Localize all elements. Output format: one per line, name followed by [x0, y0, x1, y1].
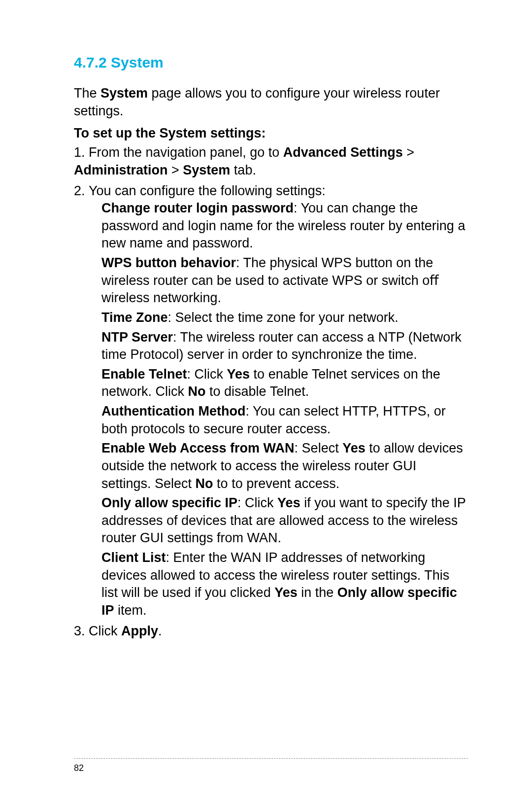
step-number: 1.: [74, 144, 89, 162]
text: : Click: [237, 495, 277, 510]
setting-item: NTP Server: The wireless router can acce…: [101, 329, 468, 364]
setting-label: Time Zone: [101, 310, 168, 325]
text: in the: [298, 585, 337, 600]
text: item.: [114, 603, 147, 618]
text: The: [74, 86, 100, 101]
bold-text: System: [183, 163, 230, 177]
step-3: 3.Click Apply.: [74, 623, 468, 640]
text: You can conﬁgure the following settings:: [89, 183, 326, 198]
bold-text: Advanced Settings: [283, 145, 403, 160]
footer-divider: [74, 758, 468, 759]
document-page: 4.7.2 System The System page allows you …: [0, 0, 532, 802]
text: From the navigation panel, go to: [89, 145, 283, 160]
setting-label: Enable Web Access from WAN: [101, 441, 295, 455]
text: >: [403, 145, 414, 160]
text: : Click: [187, 367, 227, 382]
bold-text: System: [100, 86, 148, 101]
steps-list: 1.From the navigation panel, go to Advan…: [74, 144, 468, 640]
setting-label: Enable Telnet: [101, 367, 187, 382]
setting-item: Enable Web Access from WAN: Select Yes t…: [101, 440, 468, 492]
settings-list: Change router login password: You can ch…: [74, 200, 468, 619]
text: >: [168, 163, 183, 177]
intro-paragraph: The System page allows you to conﬁgure y…: [74, 85, 468, 120]
bold-text: No: [196, 476, 213, 491]
setting-item: Only allow speciﬁc IP: Click Yes if you …: [101, 494, 468, 547]
bold-text: Yes: [342, 441, 366, 455]
sub-heading: To set up the System settings:: [74, 126, 468, 141]
step-2: 2.You can conﬁgure the following setting…: [74, 182, 468, 620]
bold-text: Yes: [227, 367, 250, 382]
setting-item: WPS button behavior: The physical WPS bu…: [101, 254, 468, 307]
bold-text: Yes: [274, 585, 298, 600]
setting-label: WPS button behavior: [101, 255, 236, 270]
step-number: 2.: [74, 182, 89, 200]
step-1: 1.From the navigation panel, go to Advan…: [74, 144, 468, 179]
text: .: [158, 624, 162, 638]
page-number: 82: [74, 763, 84, 773]
setting-item: Change router login password: You can ch…: [101, 200, 468, 252]
bold-text: Administration: [74, 163, 168, 177]
setting-item: Authentication Method: You can select HT…: [101, 403, 468, 438]
setting-label: Change router login password: [101, 201, 294, 215]
bold-text: Apply: [121, 624, 158, 638]
text: : Select the time zone for your network.: [168, 310, 399, 325]
setting-label: Only allow speciﬁc IP: [101, 495, 237, 510]
text: : Select: [295, 441, 343, 455]
text: tab.: [230, 163, 256, 177]
setting-label: Authentication Method: [101, 404, 245, 418]
setting-item: Time Zone: Select the time zone for your…: [101, 309, 468, 327]
text: Click: [89, 624, 121, 638]
step-number: 3.: [74, 623, 89, 640]
text: to to prevent access.: [213, 476, 340, 491]
bold-text: No: [188, 384, 206, 399]
setting-label: Client List: [101, 550, 166, 565]
setting-item: Enable Telnet: Click Yes to enable Telne…: [101, 366, 468, 401]
section-heading: 4.7.2 System: [74, 54, 468, 71]
setting-label: NTP Server: [101, 330, 173, 345]
setting-item: Client List: Enter the WAN IP addresses …: [101, 549, 468, 620]
bold-text: Yes: [277, 495, 300, 510]
text: to disable Telnet.: [206, 384, 309, 399]
